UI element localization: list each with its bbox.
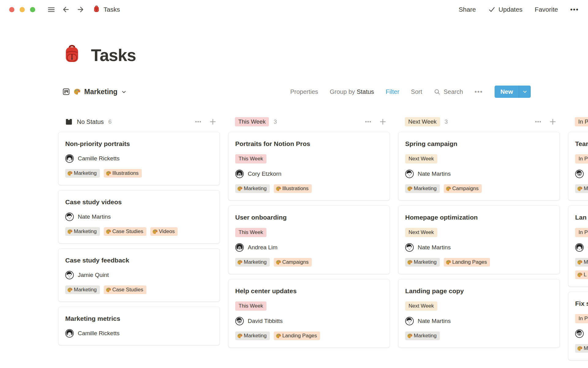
task-card-landing-page-copy[interactable]: Landing page copyNext WeekNate MartinsMa… [398, 279, 560, 348]
column-count: 3 [273, 118, 277, 125]
palette-emoji-icon [446, 186, 451, 192]
palette-emoji-icon [74, 88, 81, 95]
board: No Status6Non-priority portraitsCamille … [58, 116, 588, 365]
palette-emoji-icon [446, 259, 451, 265]
updates-button[interactable]: Updates [488, 6, 522, 13]
tag-label: Case Studies [112, 228, 143, 235]
column-more-icon [534, 118, 542, 126]
task-card-case-study-videos[interactable]: Case study videosNate MartinsMarketingCa… [58, 190, 220, 243]
assignee-name: Nate Martins [418, 171, 451, 177]
tag-label: Marketing [414, 186, 437, 192]
task-card-help-center-updates[interactable]: Help center updatesThis WeekDavid Tibbit… [228, 279, 390, 348]
zoom-window-button[interactable] [30, 7, 35, 12]
new-dropdown-chevron-icon[interactable] [519, 86, 531, 98]
card-tags: Marketing [405, 332, 553, 340]
tag-m: M [575, 258, 588, 266]
task-card-fix-s[interactable]: Fix sIn PDM [568, 292, 588, 360]
tag-marketing: Marketing [405, 258, 440, 266]
column-add-button[interactable] [549, 118, 557, 126]
filter-button[interactable]: Filter [386, 88, 399, 95]
card-title: Spring campaign [405, 140, 553, 148]
palette-emoji-icon [67, 171, 73, 176]
back-arrow-icon[interactable] [60, 4, 71, 15]
card-title: Landing page copy [405, 287, 553, 295]
page-title[interactable]: Tasks [91, 47, 136, 64]
sort-button[interactable]: Sort [411, 88, 422, 95]
task-card-spring-campaign[interactable]: Spring campaignNext WeekNate MartinsMark… [398, 132, 560, 201]
assignee-avatar [575, 243, 584, 252]
assignee-avatar [575, 170, 584, 178]
card-tags: MarketingCase Studies [65, 286, 213, 294]
forward-arrow-icon[interactable] [75, 4, 86, 15]
column-header: Next Week3 [398, 116, 560, 128]
share-button[interactable]: Share [459, 6, 476, 13]
properties-button[interactable]: Properties [290, 88, 318, 95]
view-selector[interactable]: Marketing [62, 85, 127, 99]
column-more-button[interactable] [364, 118, 372, 126]
assignee-avatar [405, 170, 414, 178]
tag-illustrations: Illustrations [104, 169, 142, 178]
card-assignee: D [575, 170, 588, 178]
column-status-tag[interactable]: In Pr [575, 117, 588, 126]
column-more-button[interactable] [194, 118, 202, 126]
column-add-button[interactable] [209, 118, 217, 126]
palette-emoji-icon [152, 229, 158, 235]
tag-label: Marketing [244, 186, 267, 192]
assignee-avatar [235, 317, 244, 325]
card-assignee: Nate Martins [405, 170, 553, 178]
task-card-user-onboarding[interactable]: User onboardingThis WeekAndrea LimMarket… [228, 205, 390, 274]
task-card-non-priority-portraits[interactable]: Non-priority portraitsCamille RickettsMa… [58, 132, 220, 185]
card-assignee: Camille Ricketts [65, 329, 213, 338]
assignee-name: Andrea Lim [248, 244, 277, 251]
assignee-name: Camille Ricketts [78, 330, 119, 337]
task-card-tear[interactable]: TearIn PDM [568, 132, 588, 201]
task-card-lan[interactable]: LanIn PCML [568, 205, 588, 287]
card-tags: M [575, 184, 588, 193]
tag-m: M [575, 184, 588, 193]
toolbar-more-icon[interactable]: ••• [475, 88, 483, 95]
column-title[interactable]: No Status [65, 118, 104, 126]
column-title-label: No Status [77, 118, 104, 125]
doc-backpack-icon [93, 5, 100, 14]
new-button[interactable]: New [495, 86, 531, 98]
task-card-homepage-optimization[interactable]: Homepage optimizationNext WeekNate Marti… [398, 205, 560, 274]
task-card-portraits-for-notion-pros[interactable]: Portraits for Notion ProsThis WeekCory E… [228, 132, 390, 201]
column-status-tag[interactable]: Next Week [405, 117, 440, 126]
assignee-name: Camille Ricketts [78, 155, 119, 162]
tag-marketing: Marketing [235, 332, 270, 340]
column-more-button[interactable] [534, 118, 542, 126]
tag-marketing: Marketing [235, 184, 270, 193]
card-assignee: Nate Martins [65, 213, 213, 221]
page-backpack-icon[interactable] [62, 43, 82, 64]
view-name: Marketing [84, 88, 118, 96]
close-window-button[interactable] [9, 7, 14, 12]
add-card-icon [209, 118, 217, 126]
favorite-button[interactable]: Favorite [535, 6, 558, 13]
board-column-in-pr: In PrTearIn PDMLanIn PCMLFix sIn PDM [568, 116, 588, 365]
topbar-more-icon[interactable]: ••• [570, 6, 579, 13]
assignee-name: Jamie Quint [78, 272, 109, 278]
view-controls: Properties Group by Status Filter Sort S… [290, 85, 531, 99]
breadcrumb-title: Tasks [104, 6, 120, 13]
search-button[interactable]: Search [434, 88, 463, 95]
tag-illustrations: Illustrations [274, 184, 312, 193]
column-status-tag[interactable]: This Week [235, 117, 269, 126]
assignee-name: Nate Martins [418, 318, 451, 324]
tag-label: Case Studies [112, 287, 143, 293]
app-window: Tasks Share Updates Favorite ••• Tasks M… [0, 0, 588, 368]
column-add-button[interactable] [379, 118, 387, 126]
palette-emoji-icon [237, 259, 243, 265]
tag-marketing: Marketing [65, 169, 100, 178]
card-title: Fix s [575, 299, 588, 308]
minimize-window-button[interactable] [20, 7, 25, 12]
group-by-button[interactable]: Group by Status [330, 88, 374, 95]
column-header: In Pr [568, 116, 588, 128]
task-card-marketing-metrics[interactable]: Marketing metricsCamille Ricketts [58, 307, 220, 345]
task-card-case-study-feedback[interactable]: Case study feedbackJamie QuintMarketingC… [58, 248, 220, 302]
palette-emoji-icon [276, 186, 281, 192]
card-title: Case study feedback [65, 256, 213, 265]
breadcrumb[interactable]: Tasks [93, 5, 120, 14]
assignee-avatar [405, 317, 414, 325]
sidebar-menu-icon[interactable] [46, 4, 57, 15]
card-assignee: Nate Martins [405, 317, 553, 325]
